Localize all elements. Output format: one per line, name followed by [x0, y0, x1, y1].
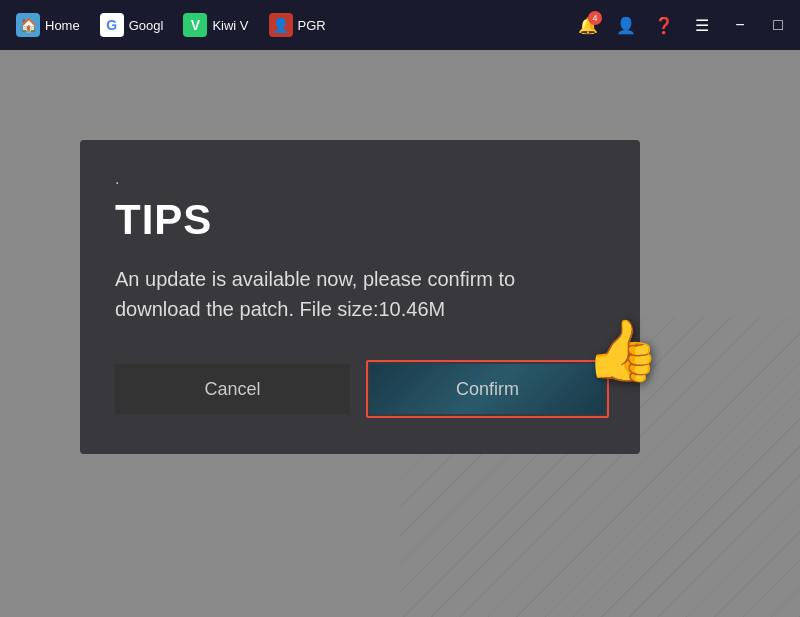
account-icon[interactable]: 👤: [612, 11, 640, 39]
cancel-button[interactable]: Cancel: [115, 364, 350, 414]
menu-icon[interactable]: ☰: [688, 11, 716, 39]
taskbar-item-van[interactable]: V Kiwi V: [175, 6, 256, 44]
taskbar: 🏠 Home G Googl V Kiwi V 👤 PGR 🔔 4 👤 ❓ ☰ …: [0, 0, 800, 50]
google-icon: G: [100, 13, 124, 37]
dialog-buttons: Cancel Confirm 👍: [115, 364, 605, 414]
taskbar-item-home[interactable]: 🏠 Home: [8, 6, 88, 44]
minimize-icon[interactable]: −: [726, 11, 754, 39]
taskbar-item-pgr[interactable]: 👤 PGR: [261, 6, 334, 44]
van-icon: V: [183, 13, 207, 37]
taskbar-right: 🔔 4 👤 ❓ ☰ − □: [574, 11, 792, 39]
help-icon[interactable]: ❓: [650, 11, 678, 39]
main-content: . TIPS An update is available now, pleas…: [0, 50, 800, 617]
notification-icon[interactable]: 🔔 4: [574, 11, 602, 39]
confirm-button-wrapper: Confirm 👍: [370, 364, 605, 414]
dialog-message: An update is available now, please confi…: [115, 264, 605, 324]
pgr-icon: 👤: [269, 13, 293, 37]
taskbar-label-pgr: PGR: [298, 18, 326, 33]
taskbar-label-home: Home: [45, 18, 80, 33]
maximize-icon[interactable]: □: [764, 11, 792, 39]
taskbar-label-google: Googl: [129, 18, 164, 33]
thumbs-up-icon: 👍: [585, 315, 660, 386]
confirm-button[interactable]: Confirm: [370, 364, 605, 414]
dialog-title: TIPS: [115, 196, 605, 244]
home-icon: 🏠: [16, 13, 40, 37]
tips-dialog: . TIPS An update is available now, pleas…: [80, 140, 640, 454]
dialog-dot: .: [115, 170, 605, 188]
taskbar-item-google[interactable]: G Googl: [92, 6, 172, 44]
taskbar-label-van: Kiwi V: [212, 18, 248, 33]
notification-badge: 4: [588, 11, 602, 25]
